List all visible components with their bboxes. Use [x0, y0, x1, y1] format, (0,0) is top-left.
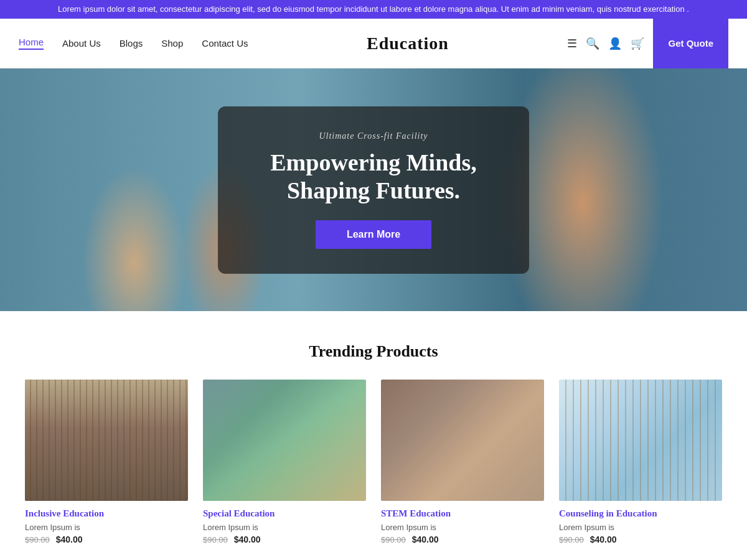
product-desc-2: Lorem Ipsum is	[203, 523, 366, 532]
menu-icon[interactable]: ☰	[567, 37, 577, 50]
header: Home About Us Blogs Shop Contact Us Educ…	[0, 19, 747, 68]
announcement-bar: Lorem ipsum dolor sit amet, consectetur …	[0, 0, 747, 19]
announcement-text: Lorem ipsum dolor sit amet, consectetur …	[58, 4, 689, 14]
product-old-price-3: $90.00	[381, 535, 406, 544]
product-name-2: Special Education	[203, 508, 366, 519]
nav-about[interactable]: About Us	[62, 38, 101, 49]
product-old-price-4: $90.00	[559, 535, 584, 544]
trending-title: Trending Products	[25, 342, 722, 361]
products-grid: Inclusive Education Lorem Ipsum is $90.0…	[25, 380, 722, 544]
product-image-2	[203, 380, 366, 501]
product-old-price-2: $90.00	[203, 535, 228, 544]
nav-shop[interactable]: Shop	[161, 38, 183, 49]
product-new-price-4: $40.00	[590, 534, 617, 544]
product-old-price-1: $90.00	[25, 535, 50, 544]
product-name-4: Counseling in Education	[559, 508, 722, 519]
product-name-1: Inclusive Education	[25, 508, 188, 519]
product-image-4	[559, 380, 722, 501]
product-card-3[interactable]: STEM Education Lorem Ipsum is $90.00 $40…	[381, 380, 544, 544]
product-new-price-3: $40.00	[412, 534, 439, 544]
header-actions: ☰ 🔍 👤 🛒 Get Quote	[567, 19, 728, 68]
nav-contact[interactable]: Contact Us	[202, 38, 248, 49]
product-card-4[interactable]: Counseling in Education Lorem Ipsum is $…	[559, 380, 722, 544]
hero-title: Empowering Minds, Shaping Futures.	[255, 149, 492, 205]
nav-blogs[interactable]: Blogs	[120, 38, 143, 49]
product-desc-3: Lorem Ipsum is	[381, 523, 544, 532]
hero-subtitle: Ultimate Cross-fit Facility	[255, 131, 492, 141]
product-image-3	[381, 380, 544, 501]
trending-section: Trending Products Inclusive Education Lo…	[0, 311, 747, 560]
product-prices-2: $90.00 $40.00	[203, 534, 366, 544]
product-desc-4: Lorem Ipsum is	[559, 523, 722, 532]
product-prices-4: $90.00 $40.00	[559, 534, 722, 544]
product-desc-1: Lorem Ipsum is	[25, 523, 188, 532]
product-prices-3: $90.00 $40.00	[381, 534, 544, 544]
search-icon[interactable]: 🔍	[586, 37, 599, 50]
nav-home[interactable]: Home	[19, 37, 44, 50]
product-new-price-1: $40.00	[56, 534, 83, 544]
product-new-price-2: $40.00	[234, 534, 261, 544]
product-name-3: STEM Education	[381, 508, 544, 519]
hero-card: Ultimate Cross-fit Facility Empowering M…	[218, 106, 529, 274]
product-image-1	[25, 380, 188, 501]
product-prices-1: $90.00 $40.00	[25, 534, 188, 544]
get-quote-button[interactable]: Get Quote	[653, 19, 728, 68]
user-icon[interactable]: 👤	[608, 37, 622, 50]
hero-section: Ultimate Cross-fit Facility Empowering M…	[0, 68, 747, 311]
product-card-1[interactable]: Inclusive Education Lorem Ipsum is $90.0…	[25, 380, 188, 544]
cart-icon[interactable]: 🛒	[631, 37, 644, 50]
product-card-2[interactable]: Special Education Lorem Ipsum is $90.00 …	[203, 380, 366, 544]
site-logo: Education	[367, 34, 449, 54]
learn-more-button[interactable]: Learn More	[316, 220, 431, 249]
main-nav: Home About Us Blogs Shop Contact Us	[19, 37, 248, 50]
